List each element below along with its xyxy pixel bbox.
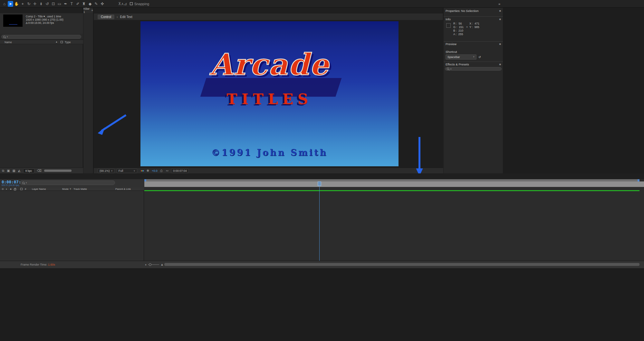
frame-render-time-value: 1.60s [48,263,55,266]
shortcut-dropdown[interactable]: Spacebar∨ [446,54,476,60]
empty-area [0,268,644,341]
snapping-toggle[interactable]: Snapping [130,2,149,6]
column-parent-link[interactable]: Parent & Link [115,188,131,190]
timecode-frames: 00172 (24.00 fps) [2,184,19,186]
viewer-timecode[interactable]: 0:00:07:04 [171,169,189,173]
composition-viewer[interactable]: Arcade TITLES ©1991 John Smith [94,20,443,168]
info-y-value: 985 [475,25,479,29]
timeline-toolbar: 0:00:07:04 00172 (24.00 fps) ∨ [0,179,144,187]
puppet-pin-tool-icon[interactable]: ✜ [100,1,105,7]
project-bottom-bar: ⧉ ▣ ▦ ◭ 8 bpc ⌫ [0,168,83,173]
pan-camera-tool-icon[interactable]: ✛ [32,1,38,7]
project-search-input[interactable]: ∨ [1,35,81,39]
info-a-value: 255 [458,33,463,36]
new-composition-icon[interactable]: ▦ [13,169,15,172]
rectangle-tool-icon[interactable]: ▭ [57,1,62,7]
orbit-camera-tool-icon[interactable]: ↻ [26,1,32,7]
zoom-tool-icon[interactable]: ⌖ [20,1,25,7]
column-type[interactable]: Type [65,41,71,44]
playhead-handle[interactable] [318,181,321,186]
view-link-icon[interactable]: ∾ [165,169,169,172]
fast-previews-icon[interactable]: ❋ [146,169,150,172]
effects-search-input[interactable]: ∨ [445,67,502,71]
effects-search-row: ∨ [444,66,503,71]
time-ruler[interactable] [144,181,644,187]
panel-menu-icon[interactable]: ≡ [91,9,93,12]
search-caret-icon: ∨ [450,68,452,70]
timeline-layer-area: 0:00:07:04 00172 (24.00 fps) ∨ ⊙ ◐ ● # L… [0,179,144,268]
mask-feather-icon[interactable]: ⊼ [118,2,121,6]
panel-menu-icon[interactable]: ≡ [499,63,501,66]
snapshot-camera-icon[interactable]: ⎙ [159,169,163,173]
magnification-dropdown[interactable]: (68.1%)∨ [98,169,115,173]
breadcrumb-current[interactable]: Control [98,15,114,19]
work-area-start-handle[interactable] [144,179,146,181]
column-layer-name[interactable]: Layer Name [32,188,46,190]
panel-menu-icon[interactable]: ≡ [499,9,501,13]
selection-tool-icon[interactable]: ➤ [8,1,13,7]
roto-brush-tool-icon[interactable]: ✎ [93,1,99,7]
artwork-credit: ©1991 John Smith [140,148,399,158]
exposure-value[interactable]: +0.0 [152,169,158,172]
zoom-slider[interactable] [148,264,159,265]
interpret-footage-icon[interactable]: ⧉ [2,169,4,173]
mask-vertex-icon[interactable]: ⋏ [121,2,124,6]
mask-toolbar: ⊼⋏⊿ Snapping [118,2,152,6]
project-scrollbar[interactable] [44,170,72,172]
workspace-overflow-icon[interactable]: » [496,2,505,6]
preview-title: Preview [446,42,457,46]
brush-tool-icon[interactable]: ✐ [75,1,81,7]
new-folder-icon[interactable]: ▣ [7,169,10,172]
work-area-end-handle[interactable] [638,179,639,181]
zoom-slider-knob[interactable] [149,263,151,266]
lock-column-icon [14,188,16,191]
bit-depth-button[interactable]: 8 bpc [23,169,34,173]
timeline-bottom-bar: Frame Render Time: 1.60s ▲ ▲ [0,261,644,268]
solo-column-icon: ● [10,188,12,190]
column-mode[interactable]: Mode [62,188,69,190]
column-t[interactable]: T [70,188,71,190]
zoom-out-icon[interactable]: ▲ [145,263,147,266]
sort-arrow-icon[interactable]: ▲ [55,41,58,43]
hand-tool-icon[interactable]: ✋ [14,1,19,7]
channel-icon[interactable] [141,170,144,171]
cached-frames-indicator [144,190,639,191]
shortcut-reset-icon[interactable]: ↺ [478,55,481,59]
label-column-icon[interactable] [61,41,63,43]
column-name[interactable]: Name [5,41,12,44]
project-column-header: Name ▲ Type [0,40,83,44]
pen-tool-icon[interactable]: ✒ [63,1,68,7]
rotation-tool-icon[interactable]: ↺ [44,1,50,7]
panel-menu-icon[interactable]: ≡ [499,42,501,46]
snapping-checkbox[interactable] [130,2,133,5]
timeline-track-area[interactable] [144,179,644,268]
zoom-in-icon[interactable]: ▲ [160,263,164,266]
search-icon [22,182,24,184]
breadcrumb-previous[interactable]: Edit Text [120,15,132,19]
type-tool-icon[interactable]: T [69,1,74,7]
preview-transport [444,46,503,49]
timeline-horizontal-scrollbar[interactable] [164,263,639,266]
work-area-bar[interactable] [144,179,639,181]
eraser-tool-icon[interactable]: ◆ [87,1,93,7]
composition-image: Arcade TITLES ©1991 John Smith [140,21,399,166]
clone-stamp-tool-icon[interactable]: ♜ [81,1,87,7]
camera-tool-icon[interactable]: ⊡ [51,1,56,7]
shortcut-label: Shortcut [444,49,503,54]
right-panel: Properties: No Selection ≡ Info ≡ R : 56… [444,8,503,173]
column-track-matte[interactable]: Track Matte [73,188,87,190]
chevron-down-icon: ∨ [134,170,135,172]
project-info-line1: Comp 2 - Title▼, used 1 time [26,15,61,18]
timeline-zoom-control[interactable]: ▲ ▲ [145,263,164,266]
audio-mute-icon[interactable]: ◭ [18,169,21,172]
mask-shape-icon[interactable]: ⊿ [124,2,127,6]
playhead-line[interactable] [319,181,320,266]
panel-menu-icon[interactable]: ≡ [499,17,501,21]
timeline-search-input[interactable]: ∨ [20,180,115,185]
home-icon[interactable]: ⌂ [2,1,7,7]
composition-tabs [94,8,443,14]
trash-icon[interactable]: ⌫ [37,169,42,172]
info-r-value: 56 [459,22,462,25]
resolution-dropdown[interactable]: Full∨ [117,169,137,173]
dolly-camera-tool-icon[interactable]: ⇟ [38,1,44,7]
